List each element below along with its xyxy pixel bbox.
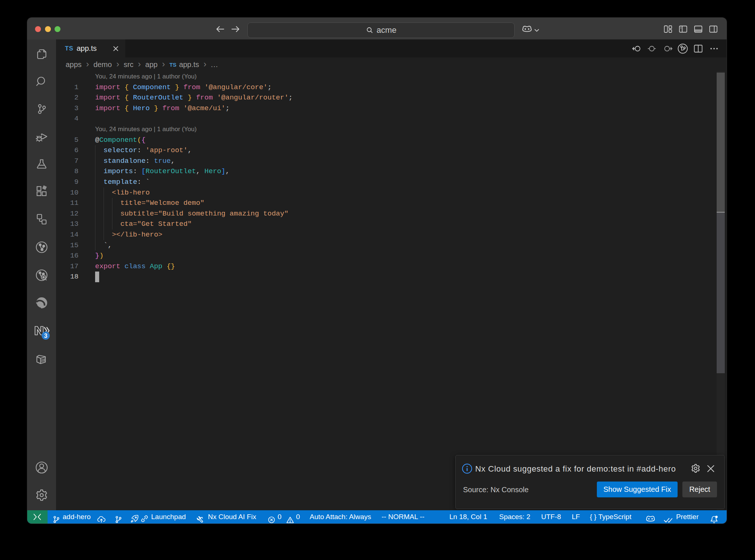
- svg-text:3: 3: [44, 333, 48, 339]
